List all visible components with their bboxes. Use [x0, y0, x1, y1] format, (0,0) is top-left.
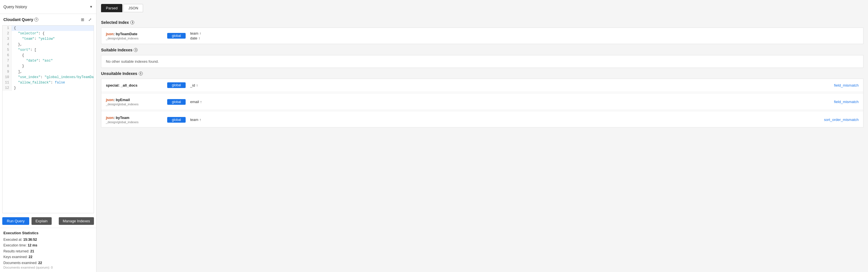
field-mismatch-link-2[interactable]: field_mismatch [834, 100, 859, 104]
chevron-down-icon: ▼ [89, 5, 93, 9]
no-suitable-indexes-message: No other suitable indexes found. [101, 55, 864, 68]
code-line: 11 "allow_fallback": false [3, 80, 94, 86]
code-line: 3 "team": "yellow" [3, 36, 94, 42]
tab-parsed[interactable]: Parsed [101, 4, 122, 12]
code-line: 10 "use_index": "global_indexes/byTeamDa… [3, 75, 94, 80]
execution-statistics: Execution Statistics Executed at: 15:36:… [0, 228, 96, 272]
tabs-bar: Parsed JSON [96, 0, 868, 12]
badge-global: global [167, 33, 186, 39]
selected-index-card: json: byTeamDate _design/global_indexes … [101, 28, 864, 44]
index-row: special: _all_docs global _id ↑ field_mi… [101, 79, 863, 92]
index-fields: team ↑ date ↑ [190, 31, 224, 40]
explain-button[interactable]: Explain [32, 217, 52, 225]
cloudant-query-header: Cloudant Query ? ⊞ ⤢ [0, 14, 96, 24]
badge-global: global [167, 117, 186, 123]
index-name: json: byTeam _design/global_indexes [106, 116, 163, 124]
unsuitable-indexes-card: special: _all_docs global _id ↑ field_mi… [101, 79, 864, 127]
query-history-bar[interactable]: Query history ▼ [0, 0, 96, 14]
unsuitable-indexes-info-icon[interactable]: ℹ [139, 71, 143, 75]
suitable-indexes-info-icon[interactable]: ℹ [134, 48, 138, 52]
index-fields: _id ↑ [190, 83, 224, 87]
unsuitable-indexes-title: Unsuitable Indexes ℹ [101, 68, 864, 79]
selected-index-title: Selected Index ℹ [101, 17, 864, 28]
right-panel: Parsed JSON Selected Index ℹ json: byTea… [96, 0, 868, 272]
exec-stat-results-returned: Results returned: 21 [3, 248, 93, 254]
suitable-indexes-title: Suitable Indexes ℹ [101, 44, 864, 55]
selected-index-info-icon[interactable]: ℹ [130, 21, 134, 24]
code-line: 5 "sort": [ [3, 48, 94, 53]
index-fields: email ↑ [190, 100, 224, 104]
expand-icon-button[interactable]: ⤢ [87, 17, 93, 23]
exec-stat-execution-time: Execution time: 12 ms [3, 242, 93, 248]
left-panel: Query history ▼ Cloudant Query ? ⊞ ⤢ 1 {… [0, 0, 96, 272]
run-query-button[interactable]: Run Query [2, 217, 29, 225]
code-line: 1 { [3, 26, 94, 31]
exec-stat-keys-examined: Keys examined: 22 [3, 254, 93, 260]
index-name: json: byTeamDate _design/global_indexes [106, 32, 163, 40]
cloudant-query-info-icon[interactable]: ? [34, 18, 38, 22]
code-line: 6 { [3, 53, 94, 58]
table-icon-button[interactable]: ⊞ [80, 17, 86, 23]
index-fields: team ↑ [190, 118, 224, 122]
indexes-content: Selected Index ℹ json: byTeamDate _desig… [96, 12, 868, 132]
action-buttons: Run Query Explain Manage Indexes [0, 214, 96, 228]
manage-indexes-button[interactable]: Manage Indexes [59, 217, 94, 225]
code-line: 9 ], [3, 69, 94, 75]
index-row: json: byTeam _design/global_indexes glob… [101, 112, 863, 127]
code-editor[interactable]: 1 { 2 "selector": { 3 "team": "yellow" 4… [2, 25, 94, 213]
badge-global: global [167, 82, 186, 88]
field-mismatch-link-1[interactable]: field_mismatch [834, 83, 859, 87]
code-line: 8 } [3, 64, 94, 69]
exec-stat-docs-examined: Documents examined: 22 [3, 260, 93, 266]
badge-global: global [167, 99, 186, 105]
cloudant-query-title: Cloudant Query ? [3, 17, 38, 22]
index-row: json: byEmail _design/global_indexes glo… [101, 94, 863, 110]
code-line: 12 } [3, 86, 94, 91]
exec-stat-executed-at: Executed at: 15:36:52 [3, 237, 93, 242]
exec-stats-title: Execution Statistics [3, 231, 93, 235]
code-line: 4 }, [3, 42, 94, 48]
tab-json[interactable]: JSON [123, 4, 143, 12]
code-line: 7 "date": "asc" [3, 58, 94, 64]
index-row: json: byTeamDate _design/global_indexes … [101, 28, 863, 44]
divider [101, 93, 863, 93]
sort-order-mismatch-link[interactable]: sort_order_mismatch [824, 118, 859, 122]
header-icons: ⊞ ⤢ [80, 17, 93, 23]
exec-stat-quorum: Documents examined (quorum): 0 [3, 266, 93, 269]
query-history-label: Query history [3, 4, 27, 9]
index-name: special: _all_docs [106, 83, 163, 87]
code-line: 2 "selector": { [3, 31, 94, 36]
index-name: json: byEmail _design/global_indexes [106, 98, 163, 106]
